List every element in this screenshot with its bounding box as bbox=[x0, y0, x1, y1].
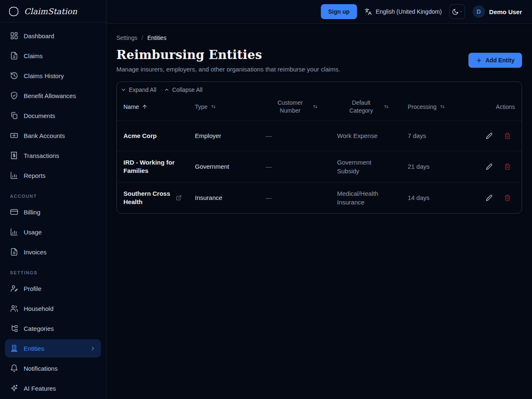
sort-ascending-icon bbox=[142, 104, 148, 110]
user-pen-icon bbox=[10, 284, 18, 293]
pencil-icon bbox=[486, 133, 493, 139]
user-menu[interactable]: D Demo User bbox=[473, 5, 522, 18]
breadcrumb: Settings / Entities bbox=[116, 34, 522, 41]
plus-icon bbox=[476, 57, 482, 64]
pencil-icon bbox=[486, 163, 493, 170]
sidebar-item-profile[interactable]: Profile bbox=[5, 279, 101, 298]
sidebar-item-label: Dashboard bbox=[24, 32, 54, 39]
collapse-all-label: Collapse All bbox=[172, 86, 202, 93]
entity-type: Employer bbox=[188, 121, 259, 151]
entity-processing: 14 days bbox=[408, 194, 430, 201]
sidebar-item-label: Household bbox=[24, 305, 54, 312]
column-header-name[interactable]: Name bbox=[117, 95, 188, 121]
sidebar-item-categories[interactable]: Categories bbox=[5, 319, 101, 337]
sort-updown-icon bbox=[383, 103, 389, 110]
sidebar-nav: Dashboard Claims Claims History Benefit … bbox=[0, 22, 106, 399]
sidebar-item-claims[interactable]: Claims bbox=[5, 47, 101, 65]
entity-name: Acme Corp bbox=[123, 132, 157, 140]
sidebar: ClaimStation Dashboard Claims Claims His… bbox=[0, 0, 106, 399]
sidebar-item-transactions[interactable]: Transactions bbox=[5, 146, 101, 165]
sidebar-item-label: Transactions bbox=[24, 152, 59, 159]
breadcrumb-separator: / bbox=[142, 34, 143, 41]
signup-label: Sign up bbox=[328, 8, 350, 15]
edit-entity-button[interactable] bbox=[484, 162, 494, 172]
column-label-processing: Processing bbox=[408, 103, 436, 110]
entity-type: Government bbox=[188, 151, 259, 182]
external-link-icon[interactable] bbox=[176, 195, 182, 201]
bell-icon bbox=[10, 364, 18, 372]
sidebar-item-ai-features[interactable]: AI Features bbox=[5, 379, 101, 397]
column-label-type: Type bbox=[195, 103, 207, 110]
sort-updown-icon bbox=[439, 103, 446, 110]
sidebar-item-label: Bank Accounts bbox=[24, 132, 65, 139]
claimstation-logo-icon bbox=[8, 6, 19, 17]
sidebar-item-household[interactable]: Household bbox=[5, 299, 101, 318]
chevron-up-icon bbox=[164, 87, 170, 93]
brand-header[interactable]: ClaimStation bbox=[0, 0, 106, 22]
sidebar-item-invoices[interactable]: Invoices bbox=[5, 243, 101, 261]
breadcrumb-current: Entities bbox=[147, 34, 166, 41]
delete-entity-button[interactable] bbox=[502, 162, 512, 172]
signup-button[interactable]: Sign up bbox=[321, 4, 357, 19]
sidebar-item-notifications[interactable]: Notifications bbox=[5, 359, 101, 377]
sidebar-item-entities[interactable]: Entities bbox=[5, 339, 101, 357]
entity-type: Insurance bbox=[188, 182, 259, 213]
trash-icon bbox=[504, 195, 511, 201]
trash-icon bbox=[504, 133, 511, 139]
avatar: D bbox=[473, 5, 485, 18]
expand-all-label: Expand All bbox=[129, 86, 156, 93]
sidebar-item-label: Claims bbox=[24, 52, 43, 59]
entity-customer-number: — bbox=[259, 121, 330, 151]
topbar: Sign up English (United Kingdom) D Demo … bbox=[106, 0, 532, 24]
column-header-actions: Actions bbox=[480, 95, 522, 121]
column-header-processing[interactable]: Processing bbox=[401, 95, 480, 121]
entity-default-category: Government Subsidy bbox=[337, 159, 372, 175]
entity-name: Southern Cross Health bbox=[123, 190, 172, 207]
breadcrumb-settings-link[interactable]: Settings bbox=[116, 34, 138, 41]
column-header-default-category[interactable]: Default Category bbox=[330, 95, 401, 121]
column-header-customer-number[interactable]: Customer Number bbox=[259, 95, 330, 121]
trash-icon bbox=[504, 163, 511, 170]
sort-updown-icon bbox=[312, 103, 318, 110]
sidebar-item-documents[interactable]: Documents bbox=[5, 106, 101, 125]
sort-updown-icon bbox=[210, 103, 217, 110]
shield-check-icon bbox=[10, 91, 18, 100]
expand-all-button[interactable]: Expand All bbox=[121, 86, 156, 93]
sidebar-item-label: Claims History bbox=[24, 72, 64, 79]
entity-processing: 7 days bbox=[408, 132, 426, 139]
edit-entity-button[interactable] bbox=[484, 131, 494, 141]
table-row: Acme Corp Employer — Work Expense 7 days bbox=[117, 121, 522, 151]
sidebar-item-label: Profile bbox=[24, 285, 42, 292]
sidebar-item-dashboard[interactable]: Dashboard bbox=[5, 27, 101, 45]
user-name: Demo User bbox=[489, 8, 522, 15]
languages-icon bbox=[365, 8, 372, 15]
app-root: ClaimStation Dashboard Claims Claims His… bbox=[0, 0, 532, 399]
edit-entity-button[interactable] bbox=[484, 193, 494, 203]
delete-entity-button[interactable] bbox=[502, 131, 512, 141]
sidebar-item-usage[interactable]: Usage bbox=[5, 223, 101, 241]
sidebar-item-label: Usage bbox=[24, 229, 42, 236]
sidebar-item-bank-accounts[interactable]: Bank Accounts bbox=[5, 126, 101, 145]
entity-processing: 21 days bbox=[408, 163, 430, 170]
theme-toggle-button[interactable] bbox=[449, 4, 465, 19]
sidebar-item-reports[interactable]: Reports bbox=[5, 166, 101, 185]
delete-entity-button[interactable] bbox=[502, 193, 512, 203]
column-header-type[interactable]: Type bbox=[188, 95, 259, 121]
chevron-right-icon bbox=[90, 345, 96, 352]
sidebar-heading-settings: Settings bbox=[5, 263, 101, 279]
table-toolbar: Expand All Collapse All bbox=[117, 82, 522, 95]
language-selector[interactable]: English (United Kingdom) bbox=[365, 8, 442, 15]
sidebar-item-benefit-allowances[interactable]: Benefit Allowances bbox=[5, 86, 101, 105]
file-text-icon bbox=[10, 52, 18, 60]
sidebar-item-claims-history[interactable]: Claims History bbox=[5, 66, 101, 85]
dashboard-icon bbox=[10, 32, 18, 40]
collapse-all-button[interactable]: Collapse All bbox=[164, 86, 202, 93]
sidebar-item-billing[interactable]: Billing bbox=[5, 203, 101, 221]
sidebar-heading-account: Account bbox=[5, 186, 101, 203]
add-entity-button[interactable]: Add Entity bbox=[468, 53, 522, 68]
sidebar-item-label: Billing bbox=[24, 209, 40, 216]
copy-documents-icon bbox=[10, 111, 18, 120]
column-label-name: Name bbox=[123, 103, 139, 110]
entity-customer-number: — bbox=[259, 151, 330, 182]
add-entity-label: Add Entity bbox=[485, 57, 515, 64]
